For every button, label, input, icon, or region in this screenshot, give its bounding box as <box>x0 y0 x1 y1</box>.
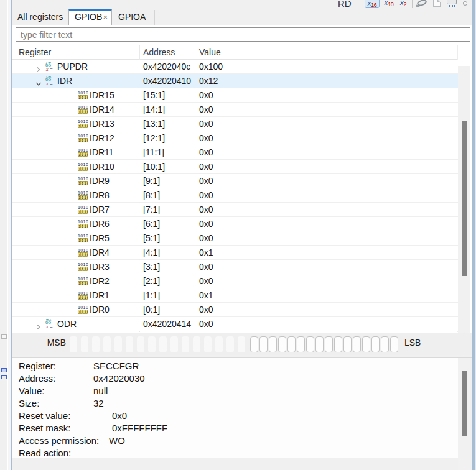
svg-text:=: = <box>50 81 53 86</box>
bitfield-row[interactable]: 10101010IDR0[0:1]0x0 <box>12 303 458 317</box>
register-value: 0x0 <box>199 217 213 231</box>
register-name: ODR <box>57 317 77 331</box>
bit-box[interactable] <box>250 336 258 352</box>
register-name: IDR2 <box>90 274 110 288</box>
bit-box[interactable] <box>137 336 144 352</box>
chevron-right-icon[interactable] <box>35 64 42 70</box>
register-name: IDR13 <box>90 117 114 131</box>
radix-hex-button[interactable]: x16 <box>365 0 380 8</box>
close-icon[interactable]: × <box>103 12 108 22</box>
bitfield-row[interactable]: 10101010IDR3[3:1]0x0 <box>12 260 458 274</box>
register-name: IDR11 <box>90 145 114 159</box>
bit-box[interactable] <box>259 336 268 352</box>
bit-box[interactable] <box>148 336 156 352</box>
bit-box[interactable] <box>170 336 178 352</box>
bitfield-row[interactable]: 10101010IDR5[5:1]0x0 <box>12 231 458 246</box>
register-value: 0x0 <box>199 174 213 188</box>
bit-box[interactable] <box>353 336 361 352</box>
details-value: 0x42020030 <box>93 373 145 384</box>
bit-box[interactable] <box>362 336 370 352</box>
bit-box[interactable] <box>238 336 245 352</box>
restore-view-button[interactable] <box>1 334 7 339</box>
bitfield-row[interactable]: 10101010IDR1[1:1]0x1 <box>12 288 458 303</box>
bit-box[interactable] <box>381 336 389 352</box>
bit-box[interactable] <box>81 336 88 352</box>
bit-box[interactable] <box>343 336 352 352</box>
filter-input[interactable] <box>16 27 470 42</box>
page-icon[interactable] <box>433 0 441 7</box>
register-rows: 66x=PUPDR0x4202040c0x10066x=IDR0x4202041… <box>12 60 458 331</box>
bit-box[interactable] <box>297 336 305 352</box>
svg-text:1010: 1010 <box>78 310 88 314</box>
radix-bin-button[interactable]: x2 <box>397 0 409 8</box>
tab-gpiob[interactable]: GPIOB × <box>68 9 112 25</box>
bit-box[interactable] <box>92 336 100 352</box>
vertical-scrollbar[interactable] <box>458 66 470 353</box>
table-header: Register Address Value <box>12 45 458 60</box>
scrollbar-thumb[interactable] <box>462 371 467 436</box>
tab-strip: All registers GPIOB × GPIOA <box>12 9 472 25</box>
bit-box[interactable] <box>70 336 77 352</box>
bitfield-row[interactable]: 10101010IDR7[7:1]0x0 <box>12 203 458 217</box>
column-header-value[interactable]: Value <box>199 45 221 60</box>
svg-text:1010: 1010 <box>78 205 88 210</box>
bit-box[interactable] <box>215 336 223 352</box>
bit-box[interactable] <box>159 336 167 352</box>
bitfield-row[interactable]: 10101010IDR15[15:1]0x0 <box>12 88 458 103</box>
bitfield-row[interactable]: 10101010IDR6[6:1]0x0 <box>12 217 458 231</box>
bitfield-row[interactable]: 10101010IDR11[11:1]0x0 <box>12 145 458 160</box>
sfrs-view-window: RD x16 x10 x2 All registers <box>0 0 476 470</box>
details-value: SECCFGR <box>93 361 139 371</box>
tab-all-registers[interactable]: All registers <box>12 9 68 25</box>
svg-text:1010: 1010 <box>78 282 88 285</box>
bit-box[interactable] <box>103 336 111 352</box>
tab-gpioa[interactable]: GPIOA <box>113 9 151 25</box>
bitfield-row[interactable]: 10101010IDR13[13:1]0x0 <box>12 117 458 131</box>
bitfield-row[interactable]: 10101010IDR4[4:1]0x1 <box>12 246 458 260</box>
bit-box[interactable] <box>269 336 277 352</box>
bit-box[interactable] <box>315 336 324 352</box>
column-header-address[interactable]: Address <box>143 45 175 60</box>
bitfield-row[interactable]: 10101010IDR14[14:1]0x0 <box>12 103 458 117</box>
register-table: Register Address Value 66x=PUPDR0x420204… <box>12 45 472 333</box>
restore-view-button[interactable] <box>1 375 7 379</box>
chevron-right-icon[interactable] <box>35 321 42 328</box>
svg-text:1010: 1010 <box>78 148 88 152</box>
register-value: 0x0 <box>199 274 213 288</box>
bit-box[interactable] <box>371 336 380 352</box>
svg-text:1010: 1010 <box>78 182 88 185</box>
bit-box[interactable] <box>182 336 189 352</box>
bit-box[interactable] <box>204 336 212 352</box>
bit-box[interactable] <box>193 336 200 352</box>
register-address: [6:1] <box>143 217 160 231</box>
bitfield-row[interactable]: 10101010IDR8[8:1]0x0 <box>12 188 458 203</box>
register-row[interactable]: 66x=IDR0x420204100x12 <box>12 74 458 88</box>
radix-dec-button[interactable]: x10 <box>381 0 396 8</box>
bitfield-row[interactable]: 10101010IDR12[12:1]0x0 <box>12 131 458 145</box>
bit-box[interactable] <box>226 336 234 352</box>
bit-box[interactable] <box>278 336 286 352</box>
restore-view-button[interactable] <box>1 368 7 372</box>
bitfield-row[interactable]: 10101010IDR2[2:1]0x0 <box>12 274 458 288</box>
bit-box[interactable] <box>390 336 398 352</box>
details-scrollbar[interactable] <box>458 358 470 470</box>
peripheral-chip-icon[interactable] <box>447 0 457 4</box>
details-row: Access permission:WO <box>19 435 125 447</box>
scrollbar-thumb[interactable] <box>462 121 467 276</box>
overflow-dot-icon[interactable] <box>463 1 467 6</box>
bit-box[interactable] <box>325 336 333 352</box>
register-row[interactable]: 66x=PUPDR0x4202040c0x100 <box>12 60 458 74</box>
watch-read-icon[interactable] <box>416 0 427 7</box>
bit-box[interactable] <box>334 336 342 352</box>
svg-text:1010: 1010 <box>78 253 88 257</box>
column-header-register[interactable]: Register <box>19 45 51 60</box>
bitfield-row[interactable]: 10101010IDR9[9:1]0x0 <box>12 174 458 188</box>
details-row: Value:null <box>19 385 108 397</box>
bit-box[interactable] <box>287 336 296 352</box>
bit-box[interactable] <box>126 336 133 352</box>
bitfield-row[interactable]: 10101010IDR10[10:1]0x0 <box>12 160 458 174</box>
bit-box[interactable] <box>306 336 314 352</box>
register-row[interactable]: 66x=ODR0x420204140x0 <box>12 317 458 331</box>
chevron-down-icon[interactable] <box>35 78 42 85</box>
bit-box[interactable] <box>114 336 122 352</box>
